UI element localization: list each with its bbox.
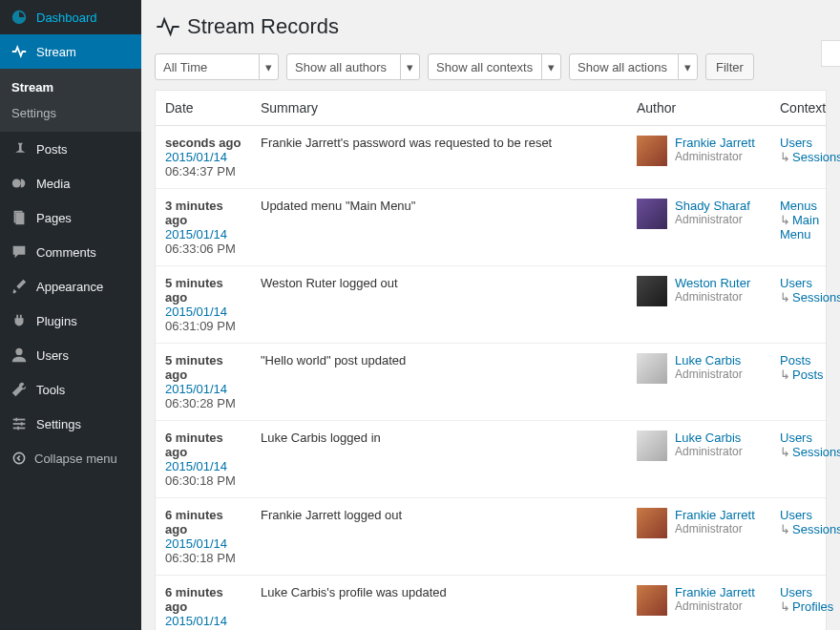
date-link[interactable]: 2015/01/14 xyxy=(165,536,242,551)
col-context[interactable]: Context xyxy=(770,91,826,125)
context-link[interactable]: Users xyxy=(780,508,816,522)
filter-contexts[interactable]: Show all contexts ▾ xyxy=(428,53,561,80)
search-input[interactable] xyxy=(821,40,840,67)
author-link[interactable]: Frankie Jarrett xyxy=(675,136,755,150)
date-relative: 5 minutes ago xyxy=(165,353,242,382)
context-link[interactable]: Users xyxy=(780,585,816,599)
sidebar-label: Media xyxy=(36,177,70,191)
avatar[interactable] xyxy=(637,136,667,166)
author-link[interactable]: Luke Carbis xyxy=(675,353,743,368)
avatar[interactable] xyxy=(637,276,667,306)
sidebar-label: Comments xyxy=(36,245,96,260)
context-sub[interactable]: ↳Sessions xyxy=(780,522,816,536)
avatar[interactable] xyxy=(637,508,667,538)
author-info: Frankie JarrettAdministrator xyxy=(675,136,755,163)
author-link[interactable]: Luke Carbis xyxy=(675,430,743,445)
author-role: Administrator xyxy=(675,368,743,381)
sidebar-item-posts[interactable]: Posts xyxy=(0,132,141,166)
cell-author: Luke CarbisAdministrator xyxy=(627,353,770,410)
date-link[interactable]: 2015/01/14 xyxy=(165,304,242,319)
filter-button[interactable]: Filter xyxy=(705,53,754,80)
sidebar-item-tools[interactable]: Tools xyxy=(0,372,141,407)
filter-authors[interactable]: Show all authors ▾ xyxy=(286,53,420,80)
table-row: 6 minutes ago2015/01/1406:30:18 PMFranki… xyxy=(156,498,826,576)
date-link[interactable]: 2015/01/14 xyxy=(165,150,242,164)
cell-date: 6 minutes ago2015/01/1406:30:18 PM xyxy=(156,508,251,565)
sidebar-item-users[interactable]: Users xyxy=(0,338,141,372)
date-relative: 6 minutes ago xyxy=(165,430,242,459)
date-relative: 6 minutes ago xyxy=(165,508,242,536)
sidebar-item-dashboard[interactable]: Dashboard xyxy=(0,0,141,34)
cell-summary: Frankie Jarrett logged out xyxy=(251,508,627,565)
date-relative: seconds ago xyxy=(165,136,242,150)
context-sub[interactable]: ↳Profiles xyxy=(780,599,816,614)
col-date[interactable]: Date xyxy=(156,91,251,125)
sidebar-label: Dashboard xyxy=(36,10,97,25)
filter-actions-label: Show all actions xyxy=(578,60,667,74)
sidebar-item-pages[interactable]: Pages xyxy=(0,200,141,235)
col-author[interactable]: Author xyxy=(627,91,770,125)
context-link[interactable]: Posts xyxy=(780,353,816,368)
context-link[interactable]: Users xyxy=(780,136,816,150)
filter-time[interactable]: All Time ▾ xyxy=(155,53,279,80)
context-sub[interactable]: ↳Main Menu xyxy=(780,213,816,242)
avatar[interactable] xyxy=(637,430,667,461)
date-link[interactable]: 2015/01/14 xyxy=(165,227,242,242)
page-icon xyxy=(10,208,29,227)
table-row: 5 minutes ago2015/01/1406:30:28 PM"Hello… xyxy=(156,344,826,421)
sidebar-label: Pages xyxy=(36,211,72,225)
context-sub[interactable]: ↳Sessions xyxy=(780,290,816,304)
collapse-menu[interactable]: Collapse menu xyxy=(0,441,141,475)
cell-summary: Luke Carbis's profile was updated xyxy=(251,585,627,630)
avatar[interactable] xyxy=(637,585,667,616)
avatar[interactable] xyxy=(637,199,667,229)
submenu-item-settings[interactable]: Settings xyxy=(0,100,141,126)
date-link[interactable]: 2015/01/14 xyxy=(165,382,242,396)
col-summary[interactable]: Summary xyxy=(251,91,627,125)
table-header: Date Summary Author Context xyxy=(156,91,826,126)
sidebar-item-stream[interactable]: Stream xyxy=(0,34,141,69)
sidebar-item-appearance[interactable]: Appearance xyxy=(0,269,141,304)
author-info: Luke CarbisAdministrator xyxy=(675,353,743,381)
author-link[interactable]: Frankie Jarrett xyxy=(675,585,755,599)
context-link[interactable]: Menus xyxy=(780,199,816,213)
media-icon xyxy=(10,174,29,193)
date-link[interactable]: 2015/01/14 xyxy=(165,459,242,473)
cell-date: seconds ago2015/01/1406:34:37 PM xyxy=(156,136,251,178)
stream-header-icon xyxy=(155,13,181,40)
author-info: Frankie JarrettAdministrator xyxy=(675,585,755,613)
cell-author: Shady SharafAdministrator xyxy=(627,199,770,256)
submenu-item-stream[interactable]: Stream xyxy=(0,74,141,100)
author-link[interactable]: Weston Ruter xyxy=(675,276,750,290)
sidebar-item-media[interactable]: Media xyxy=(0,166,141,200)
chevron-down-icon: ▾ xyxy=(259,54,278,79)
context-link[interactable]: Users xyxy=(780,430,816,445)
author-role: Administrator xyxy=(675,213,750,226)
sidebar-label: Users xyxy=(36,348,69,363)
chevron-down-icon: ▾ xyxy=(541,54,560,79)
author-link[interactable]: Frankie Jarrett xyxy=(675,508,755,522)
svg-point-4 xyxy=(15,348,22,355)
avatar[interactable] xyxy=(637,353,667,384)
author-link[interactable]: Shady Sharaf xyxy=(675,199,750,213)
sidebar-label: Appearance xyxy=(36,280,103,294)
author-info: Shady SharafAdministrator xyxy=(675,199,750,226)
sidebar-item-comments[interactable]: Comments xyxy=(0,235,141,269)
sidebar-label: Settings xyxy=(36,417,81,431)
context-sub[interactable]: ↳Sessions xyxy=(780,445,816,459)
context-sub[interactable]: ↳Posts xyxy=(780,368,816,382)
svg-point-11 xyxy=(13,452,24,463)
cell-summary: Weston Ruter logged out xyxy=(251,276,627,333)
cell-author: Frankie JarrettAdministrator xyxy=(627,508,770,565)
dashboard-icon xyxy=(10,8,29,27)
cell-date: 5 minutes ago2015/01/1406:31:09 PM xyxy=(156,276,251,333)
filter-time-label: All Time xyxy=(163,60,207,74)
date-link[interactable]: 2015/01/14 xyxy=(165,614,242,628)
sidebar-item-settings[interactable]: Settings xyxy=(0,407,141,441)
context-sub[interactable]: ↳Sessions xyxy=(780,150,816,164)
filter-actions[interactable]: Show all actions ▾ xyxy=(569,53,698,80)
brush-icon xyxy=(10,277,29,296)
collapse-label: Collapse menu xyxy=(34,452,117,466)
sidebar-item-plugins[interactable]: Plugins xyxy=(0,304,141,338)
context-link[interactable]: Users xyxy=(780,276,816,290)
